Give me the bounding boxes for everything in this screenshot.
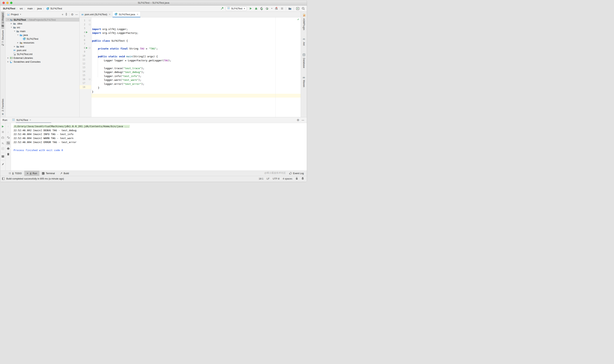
caret-position[interactable]: 18:1 <box>259 177 263 180</box>
chevron-down-icon[interactable]: ▼ <box>20 13 21 15</box>
stripe-button-ant[interactable]: Ant <box>302 37 305 47</box>
code-line-14[interactable]: logger.warn("test_warn"); <box>91 78 301 82</box>
code-line-5[interactable] <box>91 43 301 47</box>
scroll-to-end-icon[interactable] <box>6 141 10 145</box>
locate-file-icon[interactable]: ⌖ <box>62 13 63 16</box>
tree-expand-icon[interactable]: ▼ <box>10 26 13 28</box>
code-line-18[interactable] <box>91 94 301 98</box>
clear-console-icon[interactable] <box>6 152 10 156</box>
search-everywhere-icon[interactable] <box>301 7 305 10</box>
tree-expand-icon[interactable]: ▶ <box>13 45 16 47</box>
close-icon[interactable]: ✕ <box>137 13 138 16</box>
run-line-icon[interactable] <box>86 47 88 49</box>
line-number[interactable]: 13 <box>80 66 85 69</box>
run-configuration-select[interactable]: SLF4JTest ▼ <box>226 6 247 11</box>
tree-item-pom-xml[interactable]: mpom.xml <box>6 48 79 52</box>
line-number[interactable]: 9 <box>80 51 85 53</box>
stop-process-button[interactable] <box>1 130 5 134</box>
project-structure-button[interactable] <box>288 7 291 10</box>
tab-pom-xml[interactable]: m pom.xml (SLF4JTest) ✕ <box>80 12 113 17</box>
stripe-button-asmplugin[interactable]: ASASMPlugin <box>302 13 305 31</box>
tree-item-resources[interactable]: ▶resources <box>6 41 79 44</box>
soft-wrap-icon[interactable] <box>6 136 10 139</box>
code-line-16[interactable]: } <box>91 86 301 90</box>
tree-expand-icon[interactable]: ▶ <box>7 57 10 59</box>
breadcrumb-main[interactable]: main <box>27 7 33 10</box>
close-icon[interactable]: ✕ <box>109 13 110 16</box>
prev-occurrence-icon[interactable]: ↑ <box>6 125 10 128</box>
line-number[interactable]: 17 <box>80 82 85 84</box>
line-number[interactable]: 15 <box>80 74 85 77</box>
console-command-line[interactable]: /Library/Java/JavaVirtualMachines/jdk1.8… <box>14 125 130 128</box>
tree-item-slf4jtest[interactable]: ▼SLF4JTest~/IdeaProjects/SLF4JTest <box>6 18 79 22</box>
line-number[interactable]: 4 <box>80 31 85 34</box>
code-line-8[interactable]: public static void main(String[] args) { <box>91 55 301 59</box>
tree-item--idea[interactable]: ▶.idea <box>6 22 79 26</box>
tree-item-test[interactable]: ▶test <box>6 44 79 48</box>
gradle-gnome-icon[interactable] <box>301 177 304 181</box>
tab-slf4jtest-java[interactable]: C SLF4JTest.java ✕ <box>113 12 140 17</box>
layout-settings-icon[interactable] <box>1 155 5 158</box>
tree-item-java[interactable]: ▼java <box>6 33 79 37</box>
inspections-ok-icon[interactable]: ✔ <box>297 18 299 21</box>
collapse-all-icon[interactable] <box>65 13 68 16</box>
line-number[interactable]: 12 <box>80 62 85 65</box>
line-separator[interactable]: LF <box>267 177 270 180</box>
code-line-9[interactable]: Logger logger = LoggerFactory.getLogger(… <box>91 58 301 63</box>
indent-style[interactable]: 4 spaces <box>283 177 292 180</box>
line-number[interactable]: 6 <box>80 39 85 41</box>
fold-marker-icon[interactable] <box>89 24 90 25</box>
stripe-button-maven[interactable]: mMaven <box>303 75 305 89</box>
build-hammer-icon[interactable] <box>220 7 224 10</box>
run-button[interactable] <box>249 7 252 10</box>
pin-tab-icon[interactable] <box>1 162 5 166</box>
rerun-button[interactable] <box>1 125 5 128</box>
line-number[interactable]: 16 <box>80 78 85 81</box>
code-line-17[interactable]: } <box>91 90 301 94</box>
tree-expand-icon[interactable]: ▶ <box>16 42 19 44</box>
line-number[interactable]: 2 <box>80 23 85 26</box>
hide-panel-icon[interactable]: — <box>75 13 78 16</box>
breadcrumb-project[interactable]: SLF4JTest <box>3 7 15 10</box>
tree-expand-icon[interactable]: ▶ <box>7 61 10 63</box>
print-icon[interactable] <box>6 147 10 151</box>
tool-window-button-6-todo[interactable]: 6: TODO <box>6 171 24 176</box>
tree-item-main[interactable]: ▼main <box>6 29 79 33</box>
line-number[interactable]: 3 <box>80 27 85 30</box>
tree-expand-icon[interactable]: ▶ <box>10 23 13 25</box>
tree-expand-icon[interactable]: ▼ <box>16 34 19 36</box>
line-number[interactable]: 7 <box>80 43 85 45</box>
fold-marker-icon[interactable] <box>89 20 90 21</box>
code-line-2[interactable]: import org.slf4j.LoggerFactory; <box>91 31 301 35</box>
code-line-7[interactable] <box>91 51 301 55</box>
run-tab[interactable]: SLF4JTest ✕ <box>12 118 31 122</box>
stripe-button-2-favorites[interactable]: 2: Favorites★ <box>1 97 4 117</box>
tree-item-src[interactable]: ▼src <box>6 26 79 29</box>
line-number[interactable]: 5 <box>80 35 85 38</box>
stop-button[interactable] <box>280 7 284 10</box>
tool-window-button-build[interactable]: Build <box>57 171 71 176</box>
capture-snapshot-icon[interactable] <box>1 136 5 139</box>
gear-icon[interactable]: ⚙ <box>71 13 74 16</box>
hide-panel-icon[interactable]: — <box>302 119 304 121</box>
code-editor[interactable]: 123456789101112131415161718 import org.s… <box>80 17 301 117</box>
tree-item-slf4jtest-iml[interactable]: SLF4JTest.iml <box>6 52 79 56</box>
tree-expand-icon[interactable]: ▼ <box>13 30 16 32</box>
tree-item-external-libraries[interactable]: ▶External Libraries <box>6 56 79 60</box>
stripe-button-7-structure[interactable]: 7: Structure <box>1 29 4 48</box>
restart-debug-icon[interactable] <box>1 141 5 145</box>
tree-item-scratches-and-consoles[interactable]: ▶Scratches and Consoles <box>6 60 79 64</box>
stripe-button-database[interactable]: Database <box>302 52 305 69</box>
code-line-6[interactable]: private static final String TAG = "TAG"; <box>91 47 301 51</box>
file-encoding[interactable]: UTF-8 <box>273 177 279 180</box>
run-console[interactable]: /Library/Java/JavaVirtualMachines/jdk1.8… <box>11 123 307 170</box>
fold-marker-icon[interactable] <box>89 78 90 80</box>
line-number[interactable]: 18 <box>80 86 85 88</box>
line-number[interactable]: 14 <box>80 70 85 73</box>
breadcrumb-src[interactable]: src <box>20 7 23 10</box>
line-number[interactable]: 10 <box>80 54 85 57</box>
project-panel-title[interactable]: Project <box>11 13 19 16</box>
attach-debugger-button[interactable] <box>275 7 278 10</box>
gear-icon[interactable]: ⚙ <box>297 118 299 122</box>
breadcrumb-class[interactable]: SLF4JTest <box>50 7 62 10</box>
